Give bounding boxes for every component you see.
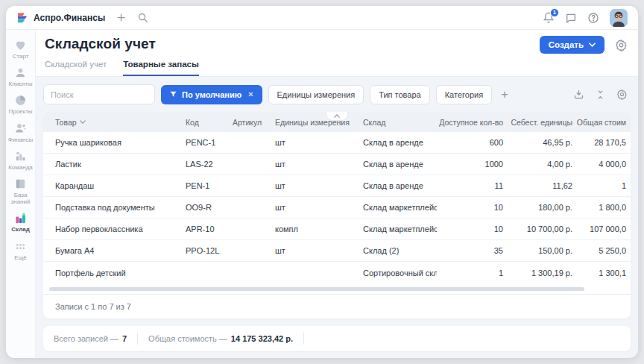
table-cell: Портфель детский (43, 269, 181, 277)
table-cell: компл (271, 225, 359, 233)
total-cost: Общая стоимость — 14 175 323,42 р. (148, 334, 293, 343)
table-cell: 4,00 р. (508, 160, 577, 169)
logo-icon (16, 12, 28, 24)
table-row[interactable]: ЛастикLAS-22штСклад в аренде10004,00 р.4… (43, 154, 631, 175)
table-cell: 10 (437, 203, 508, 212)
table-cell: Подставка под документы (43, 203, 181, 212)
column-header-available-qty[interactable]: Доступное кол-во (437, 118, 508, 127)
table-cell: 10 (437, 225, 508, 233)
horizontal-scrollbar-thumb[interactable] (49, 287, 584, 291)
column-header-total-cost[interactable]: Общая стоим (577, 118, 631, 127)
sidebar-item-team[interactable]: Команда (6, 150, 36, 171)
clients-icon (14, 66, 27, 79)
sidebar-item-warehouse[interactable]: Склад (6, 212, 36, 233)
sidebar-item-finances[interactable]: Финансы (6, 122, 36, 143)
sidebar-item-knowledge[interactable]: База знаний (6, 178, 36, 205)
chevron-up-icon (334, 114, 340, 118)
horizontal-scrollbar (49, 287, 625, 291)
table-row[interactable]: Ручка шариковаяPENC-1штСклад в аренде600… (43, 132, 631, 154)
tab-warehouse-accounting[interactable]: Складской учет (45, 60, 107, 76)
total-records: Всего записей — 7 (54, 334, 127, 343)
tab-product-stocks[interactable]: Товарные запасы (123, 60, 199, 76)
column-header-code[interactable]: Код (181, 118, 228, 127)
table-settings-gear-icon[interactable] (616, 89, 628, 100)
table-cell: шт (271, 138, 359, 147)
quick-add-icon[interactable] (116, 12, 127, 23)
table-cell: 1000 (437, 160, 508, 169)
table-cell: 46,95 р. (508, 138, 577, 147)
column-header-sku[interactable]: Артикул (228, 118, 271, 127)
start-icon (14, 39, 27, 51)
table-cell: APR-10 (181, 225, 228, 233)
table-cell: Склад в аренде (359, 138, 437, 147)
sidebar-item-more[interactable]: Ещё (6, 240, 36, 261)
table-cell: шт (271, 181, 359, 190)
column-header-product[interactable]: Товар (43, 118, 181, 127)
collapse-rows-icon[interactable] (596, 90, 605, 100)
active-filter-chip[interactable]: По умолчанию ✕ (161, 85, 262, 104)
search-icon[interactable] (137, 12, 148, 23)
table-row[interactable]: Подставка под документыOO9-RштСклад марк… (43, 197, 631, 219)
clear-filter-icon[interactable]: ✕ (247, 90, 253, 98)
table-cell: OO9-R (181, 203, 228, 212)
sidebar-item-projects[interactable]: Проекты (6, 94, 36, 115)
table-cell: 35 (437, 246, 508, 255)
notifications-button[interactable]: 1 (543, 12, 555, 24)
funnel-icon (169, 90, 177, 98)
collapse-table-button[interactable] (326, 112, 348, 121)
table-cell: 1 (437, 269, 508, 277)
column-header-warehouse[interactable]: Склад (359, 118, 437, 127)
records-range-label: Записи с 1 по 7 из 7 (43, 294, 631, 318)
table-cell: Склад маркетплейса (359, 225, 437, 233)
table-cell: Склад в аренде (359, 160, 437, 169)
table-cell: 4 000,0 (577, 160, 631, 169)
projects-icon (14, 94, 27, 107)
content-area: По умолчанию ✕ Единицы измерения Тип тов… (36, 77, 638, 358)
table-cell: шт (271, 246, 359, 255)
chevron-down-icon (589, 43, 596, 47)
table-body: Ручка шариковаяPENC-1штСклад в аренде600… (43, 132, 631, 283)
page-settings-gear-icon[interactable] (615, 39, 628, 51)
column-header-unit-cost[interactable]: Себест. единицы (508, 118, 577, 127)
sidebar: Старт Клиенты Проекты Финансы Команда Ба (6, 30, 36, 358)
app-window: Аспро.Финансы 1 (6, 6, 638, 358)
table-cell: 10 700,00 р. (508, 225, 577, 233)
filter-chip-units[interactable]: Единицы измерения (268, 85, 364, 104)
sidebar-item-start[interactable]: Старт (6, 39, 36, 60)
table-cell: Склад маркетплейса (359, 203, 437, 212)
brand-name: Аспро.Финансы (34, 13, 105, 23)
sidebar-item-clients[interactable]: Клиенты (6, 66, 36, 87)
table-cell: Сортировочный скла (359, 269, 437, 277)
more-icon (14, 240, 27, 253)
table-row[interactable]: КарандашPEN-1штСклад в аренде1111,621 (43, 175, 631, 197)
help-icon[interactable] (587, 12, 599, 24)
table-cell: 5 250,0 (577, 246, 631, 255)
export-download-icon[interactable] (573, 89, 584, 100)
avatar[interactable] (610, 9, 628, 27)
table-row[interactable]: Набор первоклассникаAPR-10комплСклад мар… (43, 219, 631, 240)
table-cell: шт (271, 160, 359, 169)
search-input[interactable] (43, 84, 155, 104)
team-icon (14, 150, 27, 163)
table-row[interactable]: Портфель детскийСортировочный скла11 300… (43, 262, 631, 283)
table-cell: 1 300,1 (577, 269, 631, 277)
table-row[interactable]: Бумага А4PPO-12LштСклад (2)35150,00 р.5 … (43, 240, 631, 262)
add-filter-icon[interactable]: + (501, 89, 508, 101)
table-cell: Ластик (43, 160, 181, 169)
table-cell: 28 170,5 (577, 138, 631, 147)
table-cell: 1 800,0 (577, 203, 631, 212)
tabs: Складской учет Товарные запасы (45, 60, 628, 76)
table-cell: 11,62 (508, 181, 577, 190)
filter-chip-product-type[interactable]: Тип товара (370, 85, 430, 104)
table-cell: 180,00 р. (508, 203, 577, 212)
filter-bar: По умолчанию ✕ Единицы измерения Тип тов… (43, 84, 631, 104)
table-cell: Склад (2) (359, 246, 437, 255)
table-cell: 1 (577, 181, 631, 190)
table-cell: Ручка шариковая (43, 138, 181, 147)
filter-chip-category[interactable]: Категория (436, 85, 492, 104)
stocks-table-card: Товар Код Артикул Единицы измерения Скла… (43, 112, 631, 318)
brand[interactable]: Аспро.Финансы (16, 12, 105, 24)
create-button[interactable]: Создать (540, 36, 604, 54)
chat-icon[interactable] (565, 12, 577, 24)
table-cell: Набор первоклассника (43, 225, 181, 233)
